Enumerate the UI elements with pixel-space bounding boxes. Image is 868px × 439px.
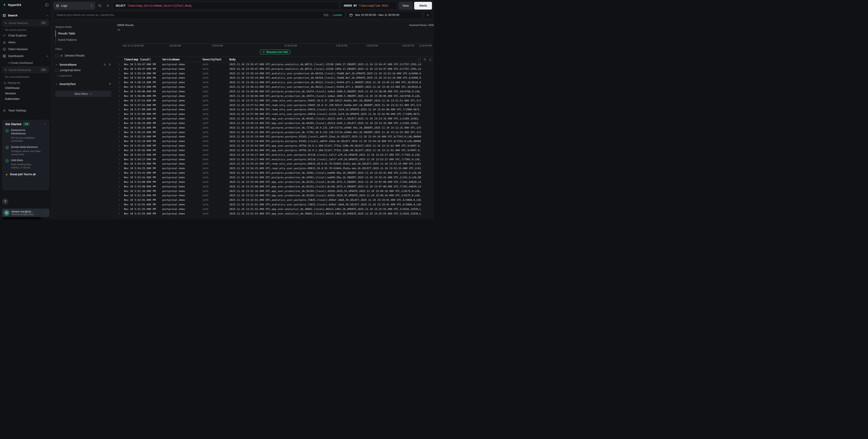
table-row[interactable]: Nov 10 5:55:02.000 PM postgresql-demo in…	[116, 144, 434, 148]
row-expand-chevron-icon[interactable]	[116, 190, 122, 192]
table-row[interactable]: Nov 10 5:58:13.000 PM postgresql-demo in…	[116, 80, 434, 85]
table-row[interactable]: Nov 10 5:53:41.000 PM postgresql-demo in…	[116, 171, 434, 175]
row-expand-chevron-icon[interactable]	[116, 140, 122, 142]
row-expand-chevron-icon[interactable]	[116, 177, 122, 179]
row-expand-chevron-icon[interactable]	[116, 77, 122, 79]
table-row[interactable]: Nov 10 5:57:00.000 PM postgresql-demo in…	[116, 107, 434, 112]
event-search-input[interactable]	[57, 13, 321, 17]
download-icon[interactable]	[429, 58, 432, 61]
user-account-card[interactable]: D dominic.tran@clic... dominic.tran@clic…	[2, 209, 50, 217]
table-row[interactable]: Nov 10 5:59:24.000 PM postgresql-demo in…	[116, 76, 434, 81]
table-row[interactable]: Nov 10 5:59:24.000 PM postgresql-demo in…	[116, 71, 434, 76]
live-tail-play-button[interactable]	[424, 11, 432, 19]
row-expand-chevron-icon[interactable]	[116, 68, 122, 70]
table-row[interactable]: Nov 10 5:55:19.000 PM postgresql-demo in…	[116, 139, 434, 144]
row-expand-chevron-icon[interactable]	[116, 86, 122, 88]
filter-group-servicename[interactable]: ServiceName	[55, 62, 111, 67]
row-expand-chevron-icon[interactable]	[116, 172, 122, 174]
saved-dashboards-field[interactable]	[9, 69, 39, 71]
table-row[interactable]: Nov 10 5:58:13.000 PM postgresql-demo in…	[116, 85, 434, 89]
row-expand-chevron-icon[interactable]	[116, 145, 122, 147]
row-expand-chevron-icon[interactable]	[116, 199, 122, 201]
row-expand-chevron-icon[interactable]	[116, 72, 122, 74]
row-expand-chevron-icon[interactable]	[116, 181, 122, 183]
get-started-header[interactable]: Get Started 3/3	[5, 122, 46, 126]
sidebar-item-client-sessions[interactable]: Client Sessions	[0, 46, 51, 53]
table-row[interactable]: Nov 10 5:54:25.000 PM postgresql-demo in…	[116, 162, 434, 166]
table-row[interactable]: Nov 10 5:56:33.000 PM postgresql-demo in…	[116, 117, 434, 121]
row-expand-chevron-icon[interactable]	[116, 208, 122, 210]
row-expand-chevron-icon[interactable]	[116, 149, 122, 151]
service-filter-postgresql-demo[interactable]: postgresql-demo	[55, 67, 111, 73]
row-expand-chevron-icon[interactable]	[116, 194, 122, 196]
table-row[interactable]: Nov 10 5:52:01.000 PM postgresql-demo in…	[116, 198, 434, 202]
sidebar-item-search[interactable]: Search	[0, 12, 51, 19]
row-expand-chevron-icon[interactable]	[116, 154, 122, 156]
filter-search-icon[interactable]	[103, 63, 106, 66]
preset-kubernetes[interactable]: Kubernetes	[0, 96, 51, 102]
row-expand-chevron-icon[interactable]	[116, 203, 122, 206]
sidebar-item-dashboards[interactable]: Dashboards	[0, 53, 51, 60]
table-row[interactable]: Nov 10 5:54:27.000 PM postgresql-demo in…	[116, 153, 434, 157]
table-row[interactable]: Nov 10 5:56:25.000 PM postgresql-demo in…	[116, 130, 434, 135]
saved-dashboards-input[interactable]: ⌘K	[2, 67, 49, 73]
expand-view-icon[interactable]	[418, 58, 421, 61]
sidebar-item-chart-explorer[interactable]: Chart Explorer	[0, 32, 51, 39]
table-row[interactable]: Nov 10 5:53:00.000 PM postgresql-demo in…	[116, 184, 434, 189]
table-row[interactable]: Nov 10 5:51:55.000 PM postgresql-demo in…	[116, 212, 434, 216]
table-row[interactable]: Nov 10 5:56:33.000 PM postgresql-demo in…	[116, 121, 434, 126]
table-row[interactable]: Nov 10 5:54:25.000 PM postgresql-demo in…	[116, 166, 434, 171]
table-row[interactable]: Nov 10 5:58:06.000 PM postgresql-demo in…	[116, 94, 434, 98]
row-expand-chevron-icon[interactable]	[116, 158, 122, 160]
sidebar-collapse-icon[interactable]	[45, 3, 49, 7]
row-expand-chevron-icon[interactable]	[116, 100, 122, 102]
save-button[interactable]: Save	[399, 2, 412, 9]
row-expand-chevron-icon[interactable]	[116, 113, 122, 115]
mode-event-patterns[interactable]: Event Patterns	[55, 37, 111, 43]
pin-icon[interactable]	[108, 63, 111, 66]
table-row[interactable]: Nov 10 5:59:47.000 PM postgresql-demo in…	[116, 62, 434, 67]
get-started-step-add-data[interactable]: Add Data Start sending logs, metrics, or…	[5, 159, 46, 169]
row-expand-chevron-icon[interactable]	[116, 122, 122, 124]
table-row[interactable]: Nov 10 5:52:01.000 PM postgresql-demo in…	[116, 202, 434, 207]
row-density-icon[interactable]	[423, 58, 426, 61]
row-expand-chevron-icon[interactable]	[116, 127, 122, 129]
denoise-checkbox[interactable]	[55, 54, 58, 57]
table-row[interactable]: Nov 10 5:58:06.000 PM postgresql-demo in…	[116, 89, 434, 94]
source-select[interactable]: Logs	[54, 2, 95, 9]
row-expand-chevron-icon[interactable]	[116, 63, 122, 65]
sidebar-item-team-settings[interactable]: Team Settings	[0, 107, 51, 114]
row-expand-chevron-icon[interactable]	[116, 108, 122, 111]
row-expand-chevron-icon[interactable]	[116, 136, 122, 138]
table-row[interactable]: Nov 10 5:52:16.000 PM postgresql-demo in…	[116, 189, 434, 193]
get-started-step-sources[interactable]: Create Data Sources Configure where your…	[5, 146, 46, 156]
select-sql-editor[interactable]: SELECT Timestamp,ServiceName,SeverityTex…	[113, 2, 339, 9]
source-columns-icon[interactable]	[97, 2, 103, 9]
create-dashboard-button[interactable]: + Create Dashboard	[0, 60, 51, 66]
sql-mode-option[interactable]: SQL	[323, 13, 329, 17]
row-expand-chevron-icon[interactable]	[116, 213, 122, 215]
table-row[interactable]: Nov 10 5:59:47.000 PM postgresql-demo in…	[116, 67, 434, 71]
date-range-picker[interactable]: Nov 10 00:00:00 - Nov 11 00:00:00	[346, 11, 422, 19]
row-expand-chevron-icon[interactable]	[116, 167, 122, 169]
table-row[interactable]: Nov 10 5:52:16.000 PM postgresql-demo in…	[116, 193, 434, 198]
get-started-step-connect[interactable]: Connect to ClickHouse Set up your databa…	[5, 129, 46, 143]
more-filters-button[interactable]: More filters	[55, 91, 111, 97]
saved-searches-input[interactable]: ⌘K	[2, 20, 49, 26]
order-by-editor[interactable]: ORDER BY TimestampTime DESC	[341, 2, 397, 9]
row-expand-chevron-icon[interactable]	[116, 95, 122, 97]
row-expand-chevron-icon[interactable]	[116, 131, 122, 133]
lucene-mode-option[interactable]: Lucene	[333, 13, 342, 17]
help-button[interactable]: ?	[2, 198, 8, 205]
mode-results-table[interactable]: Results Table	[55, 30, 111, 37]
table-row[interactable]: Nov 10 5:51:55.000 PM postgresql-demo in…	[116, 207, 434, 212]
table-row[interactable]: Nov 10 5:57:52.000 PM postgresql-demo in…	[116, 98, 434, 103]
service-checkbox[interactable]	[55, 69, 58, 72]
alerts-button[interactable]: Alerts	[414, 2, 432, 9]
table-row[interactable]: Nov 10 5:53:41.000 PM postgresql-demo in…	[116, 175, 434, 180]
query-language-toggle[interactable]: SQL | Lucene	[323, 13, 342, 17]
preset-clickhouse[interactable]: ClickHouse	[0, 85, 51, 91]
table-row[interactable]: Nov 10 5:54:27.000 PM postgresql-demo in…	[116, 157, 434, 162]
denoise-results-toggle[interactable]: Denoise Results	[55, 53, 111, 59]
row-expand-chevron-icon[interactable]	[116, 91, 122, 93]
